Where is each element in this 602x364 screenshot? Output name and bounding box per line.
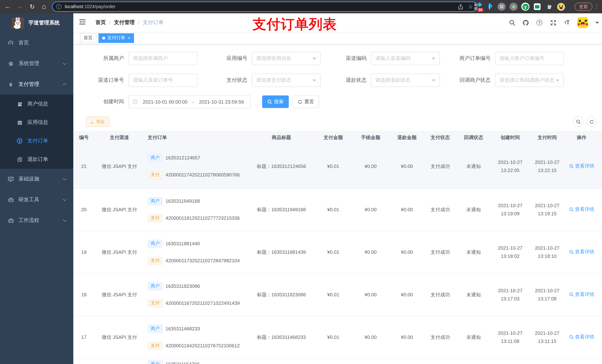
filter-select-1[interactable]: 请选择应用信息	[252, 52, 321, 65]
cell-created: 2021-10-2713:11:08	[487, 316, 533, 358]
column-header: 支付金额	[318, 131, 348, 144]
browser-back-icon[interactable]: ←	[3, 0, 13, 13]
merchant-tag: 商户	[148, 325, 162, 333]
extension-badge: 10	[478, 8, 483, 12]
browser-home-icon[interactable]: ⌂	[39, 0, 49, 13]
column-header: 回调状态	[460, 131, 487, 144]
extension-command-icon[interactable]: ⌘	[498, 3, 506, 11]
filter-input-3[interactable]: 请输入商户订单编号	[495, 52, 564, 65]
sidebar-item-2[interactable]: ¥支付管理	[0, 74, 73, 95]
clock-icon	[133, 99, 138, 104]
toggle-search-button[interactable]	[573, 116, 583, 127]
sidebar: 芋道管理系统 首页系统管理¥支付管理商户信息应用信息支付订单退款订单基础设施研发…	[0, 13, 73, 364]
view-detail-link[interactable]: 查看详情	[569, 206, 594, 213]
browser-profile-avatar[interactable]	[557, 3, 565, 11]
close-tab-icon[interactable]: ×	[128, 35, 130, 41]
date-start-value: 2021-10-01 00:00:00	[140, 99, 190, 104]
table-row: 20微信 JSAPI 支付商户1635311949168支付4200001181…	[73, 188, 602, 231]
filter-input-4[interactable]: 请输入渠道订单号	[129, 74, 197, 87]
help-icon[interactable]: ?	[536, 19, 543, 26]
extension-devtools-icon[interactable]: 10	[474, 3, 482, 11]
filter-label: 应用编号	[209, 55, 252, 62]
tab-home[interactable]: 首页	[80, 33, 96, 43]
extension-spinnaker-icon[interactable]	[486, 3, 494, 11]
workflow-icon	[8, 218, 14, 223]
sidebar-item-7[interactable]: 基础设施	[0, 169, 73, 189]
address-bar[interactable]: i localhost:1024/pay/order ☆	[52, 1, 478, 12]
search-button[interactable]: 搜索	[262, 95, 289, 108]
sidebar-item-1[interactable]: 系统管理	[0, 53, 73, 74]
browser-forward-icon[interactable]: →	[15, 0, 24, 13]
cell-pay-status: 支付成功	[420, 231, 460, 273]
cell-amount: ¥0.01	[318, 231, 348, 273]
cell-notify-status: 未通知	[460, 144, 487, 188]
refresh-table-button[interactable]	[586, 116, 597, 127]
sidebar-item-8[interactable]: 研发工具	[0, 189, 73, 210]
cell-refund: ¥0.00	[393, 273, 420, 316]
site-info-icon[interactable]: i	[56, 4, 62, 9]
header-search-icon[interactable]	[509, 19, 515, 26]
sidebar-item-6[interactable]: 退款订单	[0, 150, 73, 169]
sidebar-item-0[interactable]: 首页	[0, 32, 73, 53]
filter-label: 支付状态	[209, 77, 252, 83]
cell-actions: 查看详情	[561, 144, 602, 188]
filter-input-0[interactable]: 请选择所属商户	[129, 52, 197, 65]
filter-select-5[interactable]: 请选择支付状态	[252, 74, 321, 87]
toolbox-icon	[8, 197, 14, 203]
pay-tag: 支付	[148, 214, 162, 222]
font-size-icon[interactable]: TT	[563, 19, 570, 26]
fullscreen-icon[interactable]	[550, 19, 557, 26]
extension-y-icon[interactable]: y	[521, 3, 529, 11]
extension-recorder-icon[interactable]	[509, 3, 517, 11]
chevron-down-icon	[312, 79, 316, 83]
page-content: 所属商户请选择所属商户应用编号请选择应用信息渠道编码请输入渠道编码商户订单编号请…	[73, 44, 602, 364]
update-button[interactable]: 更新	[575, 3, 592, 11]
cell-channel: 微信 JSAPI 支付	[94, 316, 144, 358]
extensions-puzzle-icon[interactable]	[545, 3, 553, 11]
share-icon[interactable]	[458, 4, 463, 10]
cell-notify-status: 未通知	[460, 231, 487, 273]
tab-pay-order[interactable]: 支付订单 ×	[98, 33, 134, 43]
avatar-caret-icon[interactable]	[595, 22, 599, 25]
reset-button[interactable]: 重置	[292, 95, 319, 108]
export-button[interactable]: ↓ 导出	[86, 116, 109, 127]
user-avatar[interactable]	[577, 17, 588, 28]
logo-rabbit-image	[12, 17, 24, 29]
column-header: 商品标题	[244, 131, 318, 144]
yen-icon: ¥	[8, 81, 14, 87]
breadcrumb-home[interactable]: 首页	[96, 19, 106, 26]
pay-tag: 支付	[148, 257, 162, 265]
github-icon[interactable]	[522, 19, 529, 26]
filter-select-7[interactable]: 请选择订单回调商户状态	[495, 74, 564, 87]
cell-paid: 2021-10-2713:22:15	[533, 144, 561, 188]
magnifier-icon	[569, 207, 574, 212]
app-logo[interactable]: 芋道管理系统	[0, 13, 73, 32]
view-detail-link[interactable]: 查看详情	[569, 334, 594, 341]
sidebar-toggle-icon[interactable]	[79, 19, 86, 25]
sidebar-item-9[interactable]: 工作流程	[0, 210, 73, 231]
filter-select-6[interactable]: 请选择退款状态	[371, 74, 440, 87]
extension-chat-icon[interactable]	[533, 3, 541, 11]
view-detail-link[interactable]: 查看详情	[569, 291, 594, 298]
column-header: 支付时间	[533, 131, 561, 144]
breadcrumb-pay-mgmt[interactable]: 支付管理	[114, 19, 135, 26]
cell-fee: ¥0.00	[348, 231, 393, 273]
cell-amount: ¥0.01	[318, 273, 348, 316]
extensions-area: 10 ⌘ y	[474, 0, 565, 13]
browser-menu-icon[interactable]: ⋮	[594, 3, 599, 9]
date-end-value: 2021-10-31 23:59:59	[196, 99, 247, 104]
view-detail-link[interactable]: 查看详情	[569, 249, 594, 255]
filter-label: 渠道订单号	[86, 77, 129, 83]
cell-pay-status: 支付成功	[420, 188, 460, 231]
cell-refund: ¥0.00	[393, 316, 420, 358]
date-range-input[interactable]: 2021-10-01 00:00:00 - 2021-10-31 23:59:5…	[129, 95, 251, 108]
bookmark-star-icon[interactable]: ☆	[468, 3, 473, 10]
sidebar-item-5[interactable]: 支付订单	[0, 132, 73, 150]
cell-order-no: 商户1635311949168支付42000011812021102777232…	[144, 188, 244, 231]
cell-id: 19	[73, 231, 94, 273]
sidebar-item-3[interactable]: 商户信息	[0, 95, 73, 113]
view-detail-link[interactable]: 查看详情	[569, 163, 594, 170]
sidebar-item-4[interactable]: 应用信息	[0, 113, 73, 132]
browser-reload-icon[interactable]: ↻	[27, 0, 37, 13]
filter-select-2[interactable]: 请输入渠道编码	[371, 52, 440, 65]
